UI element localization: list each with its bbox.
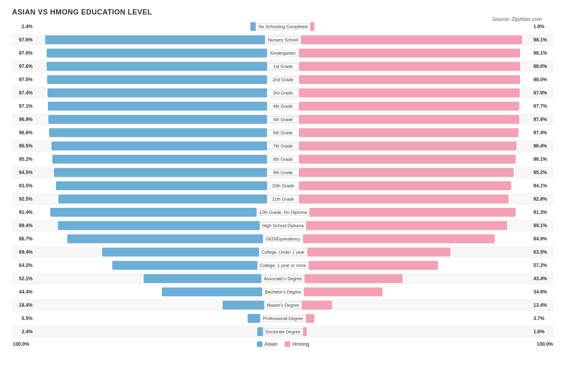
asian-bar [67, 234, 263, 243]
right-value-label: 3.7% [532, 316, 554, 321]
hmong-bar [301, 35, 522, 44]
hmong-bar [299, 49, 520, 57]
left-value-label: 96.9% [12, 117, 34, 122]
hmong-bar [304, 287, 382, 296]
dual-bar: 8th Grade [34, 154, 532, 165]
hmong-bar [299, 115, 519, 124]
legend-asian-label: Asian [264, 341, 278, 347]
category-label: 6th Grade [267, 129, 299, 136]
right-bar-wrap [304, 287, 532, 296]
bars-container: 5th Grade [34, 113, 532, 125]
bars-container: 9th Grade [34, 166, 532, 179]
right-bar-wrap [303, 327, 532, 336]
left-bar-wrap [34, 35, 265, 44]
chart-row: 91.4%12th Grade, No Diploma91.3% [12, 206, 554, 218]
right-bar-wrap [299, 102, 532, 111]
chart-row: 95.5%7th Grade96.4% [12, 140, 554, 152]
asian-bar [58, 221, 260, 230]
asian-bar [47, 49, 267, 57]
right-value-label: 89.1% [532, 223, 554, 228]
dual-bar: Associate's Degree [34, 273, 532, 284]
asian-bar [48, 115, 267, 124]
right-value-label: 96.4% [532, 143, 554, 149]
right-bar-wrap [299, 128, 532, 137]
hmong-bar [299, 62, 520, 71]
bars-container: College, 1 year or more [34, 259, 532, 271]
bars-container: 11th Grade [34, 193, 532, 205]
dual-bar: 10th Grade [34, 180, 532, 191]
chart-row: 93.5%10th Grade94.1% [12, 180, 554, 192]
footer-right: 100.0% [537, 341, 553, 347]
right-value-label: 13.4% [532, 302, 554, 308]
dual-bar: Professional Degree [34, 313, 532, 324]
bars-container: College, Under 1 year [34, 246, 532, 258]
left-bar-wrap [34, 88, 267, 97]
right-value-label: 98.0% [532, 64, 554, 69]
left-bar-wrap [34, 49, 267, 57]
hmong-bar [299, 181, 511, 190]
chart-row: 2.4%No Schooling Completed1.9% [12, 21, 554, 33]
left-value-label: 91.4% [12, 209, 34, 215]
chart-row: 69.4%College, Under 1 year63.5% [12, 246, 554, 258]
hmong-bar [306, 314, 314, 323]
left-value-label: 97.6% [12, 50, 34, 56]
dual-bar: High School Diploma [34, 220, 532, 231]
category-label: 10th Grade [267, 183, 299, 189]
dual-bar: Nursery School [34, 34, 532, 45]
asian-bar [48, 88, 267, 97]
bars-container: 3rd Grade [34, 87, 532, 99]
dual-bar: 4th Grade [34, 101, 532, 112]
asian-bar [56, 181, 267, 190]
right-bar-wrap [302, 301, 532, 310]
dual-bar: College, Under 1 year [34, 246, 532, 258]
footer-left: 100.0% [13, 341, 29, 347]
bars-container: Associate's Degree [34, 273, 532, 285]
left-value-label: 89.4% [12, 223, 34, 228]
asian-bar [144, 274, 261, 283]
bars-container: 7th Grade [34, 140, 532, 152]
left-bar-wrap [34, 327, 263, 336]
left-bar-wrap [34, 208, 256, 217]
category-label: Master's Degree [264, 302, 302, 308]
hmong-bar [309, 261, 438, 270]
hmong-bar [303, 327, 307, 336]
asian-bar [47, 62, 267, 71]
asian-bar [45, 35, 265, 44]
left-bar-wrap [34, 195, 267, 203]
left-value-label: 97.1% [12, 103, 34, 109]
chart-row: 86.7%GED/Equivalency84.9% [12, 233, 554, 245]
right-value-label: 95.2% [532, 170, 554, 175]
asian-bar [48, 102, 267, 111]
chart-row: 97.5%2nd Grade98.0% [12, 74, 554, 86]
left-bar-wrap [34, 115, 267, 124]
hmong-bar [306, 221, 507, 230]
category-label: 11th Grade [267, 196, 299, 202]
right-bar-wrap [299, 75, 532, 84]
chart-row: 89.4%High School Diploma89.1% [12, 220, 554, 232]
left-value-label: 44.4% [12, 289, 34, 295]
left-value-label: 69.4% [12, 249, 34, 255]
right-bar-wrap [299, 62, 532, 71]
dual-bar: 9th Grade [34, 167, 532, 178]
left-value-label: 97.6% [12, 64, 34, 69]
left-bar-wrap [34, 75, 267, 84]
category-label: 7th Grade [267, 143, 299, 149]
category-label: 9th Grade [267, 169, 299, 176]
hmong-bar [302, 301, 332, 310]
asian-bar [162, 287, 262, 296]
dual-bar: Kindergarten [34, 47, 532, 59]
right-bar-wrap [299, 142, 532, 150]
bars-container: No Schooling Completed [34, 21, 532, 33]
right-value-label: 96.1% [532, 156, 554, 162]
chart-row: 44.4%Bachelor's Degree34.8% [12, 286, 554, 298]
hmong-bar [299, 155, 516, 164]
legend-hmong: Hmong [285, 341, 309, 347]
dual-bar: 11th Grade [34, 193, 532, 205]
chart-area: 2.4%No Schooling Completed1.9%97.6%Nurse… [12, 21, 554, 338]
dual-bar: College, 1 year or more [34, 260, 532, 271]
left-value-label: 92.5% [12, 196, 34, 202]
right-bar-wrap [299, 155, 532, 164]
left-value-label: 94.5% [12, 170, 34, 175]
right-value-label: 92.8% [532, 196, 554, 202]
right-bar-wrap [306, 314, 532, 323]
